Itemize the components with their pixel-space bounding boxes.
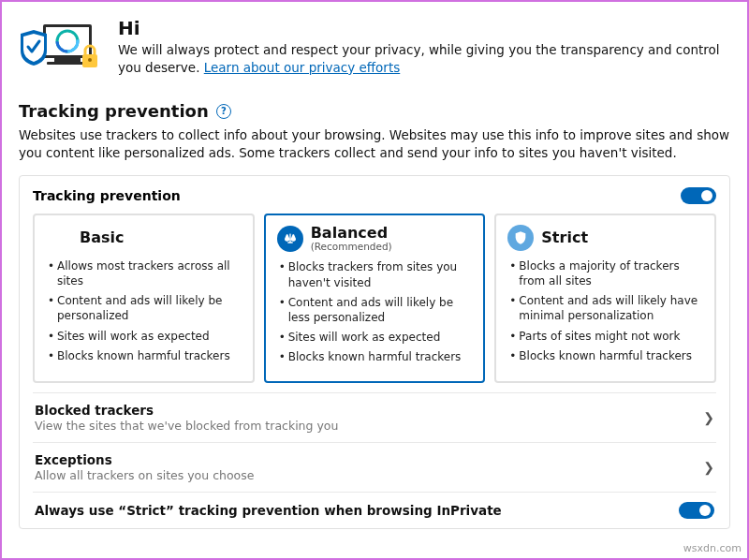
chevron-right-icon: ❯ xyxy=(703,410,714,425)
shield-icon xyxy=(507,225,534,251)
scales-icon xyxy=(277,226,303,252)
privacy-hero-icon xyxy=(19,17,103,82)
exceptions-row[interactable]: Exceptions Allow all trackers on sites y… xyxy=(33,442,716,492)
section-desc: Websites use trackers to collect info ab… xyxy=(19,126,730,162)
card-basic-title: Basic xyxy=(80,229,124,246)
section-title: Tracking prevention xyxy=(19,101,209,121)
card-strict-list: Blocks a majority of trackers from all s… xyxy=(507,258,703,363)
help-icon[interactable]: ? xyxy=(216,104,231,119)
card-basic[interactable]: Basic Allows most trackers across all si… xyxy=(33,214,255,383)
svg-point-8 xyxy=(88,58,92,62)
blocked-trackers-title: Blocked trackers xyxy=(35,403,338,418)
card-strict[interactable]: Strict Blocks a majority of trackers fro… xyxy=(494,214,716,383)
hero-body: We will always protect and respect your … xyxy=(118,41,730,77)
blocked-trackers-sub: View the sites that we've blocked from t… xyxy=(35,419,338,433)
panel-title: Tracking prevention xyxy=(33,188,181,203)
globe-icon xyxy=(46,225,72,251)
tracking-prevention-toggle[interactable] xyxy=(681,187,716,204)
exceptions-title: Exceptions xyxy=(35,452,254,467)
chevron-right-icon: ❯ xyxy=(703,460,714,475)
card-strict-title: Strict xyxy=(541,229,588,246)
svg-rect-2 xyxy=(54,58,81,62)
card-balanced-list: Blocks trackers from sites you haven't v… xyxy=(277,259,473,364)
exceptions-sub: Allow all trackers on sites you choose xyxy=(35,468,254,482)
inprivate-strict-row: Always use “Strict” tracking prevention … xyxy=(33,492,716,521)
hero-greeting: Hi xyxy=(118,17,730,39)
svg-rect-3 xyxy=(47,62,88,65)
inprivate-strict-toggle[interactable] xyxy=(679,502,714,519)
card-balanced[interactable]: Balanced (Recommended) Blocks trackers f… xyxy=(264,214,486,383)
watermark: wsxdn.com xyxy=(683,542,742,554)
card-balanced-subtitle: (Recommended) xyxy=(311,241,392,252)
card-balanced-title: Balanced xyxy=(311,225,392,242)
privacy-efforts-link[interactable]: Learn about our privacy efforts xyxy=(204,60,401,75)
card-basic-list: Allows most trackers across all sites Co… xyxy=(46,258,242,363)
tracking-prevention-panel: Tracking prevention Basic Allows most tr… xyxy=(19,175,730,529)
inprivate-strict-title: Always use “Strict” tracking prevention … xyxy=(35,503,502,518)
blocked-trackers-row[interactable]: Blocked trackers View the sites that we'… xyxy=(33,392,716,442)
hero: Hi We will always protect and respect yo… xyxy=(19,17,730,82)
